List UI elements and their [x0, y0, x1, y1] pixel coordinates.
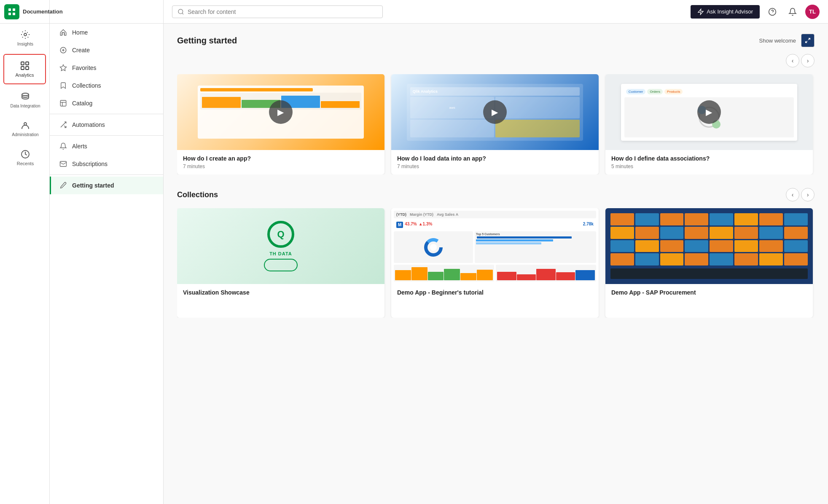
analytics-label: Analytics: [15, 72, 34, 78]
nav-item-collections[interactable]: Collections: [50, 77, 163, 94]
ask-insight-button[interactable]: Ask Insight Advisor: [691, 5, 760, 19]
nav-item-automations[interactable]: Automations: [50, 116, 163, 134]
nav-sidebar-header: [50, 0, 163, 24]
qlik-text: TH DATA: [269, 251, 292, 256]
collapse-icon: [805, 38, 811, 43]
nav-subscriptions-label: Subscriptions: [72, 161, 108, 167]
insights-icon: [20, 29, 30, 40]
app-card-body-2: Demo App - SAP Procurement: [605, 284, 813, 303]
nav-catalog-label: Catalog: [72, 100, 92, 107]
app-title-2: Demo App - SAP Procurement: [611, 289, 807, 296]
video-thumb-0: ▶: [177, 74, 384, 150]
icon-sidebar: Documentation Insights Analytics Data In…: [0, 0, 50, 504]
sidebar-item-insights[interactable]: Insights: [0, 24, 49, 52]
notifications-button[interactable]: [785, 4, 800, 19]
svg-rect-0: [8, 8, 11, 11]
collections-nav: Collections ‹ ›: [177, 188, 815, 201]
app-card-body-1: Demo App - Beginner's tutorial: [391, 284, 599, 303]
show-welcome-button[interactable]: Show welcome: [759, 38, 796, 44]
app-title-0: Visualization Showcase: [183, 289, 379, 296]
video-title-1: How do I load data into an app?: [397, 155, 593, 162]
app-card-2[interactable]: Demo App - SAP Procurement: [605, 208, 813, 318]
sidebar-item-administration[interactable]: Administration: [0, 115, 49, 143]
create-icon: [59, 46, 67, 54]
video-thumb-1: Qlik Analytics aws: [391, 74, 599, 150]
card-body-2: How do I define data associations? 5 min…: [605, 150, 813, 174]
card-body-0: How do I create an app? 7 minutes: [177, 150, 384, 174]
star-icon: [59, 64, 67, 72]
sidebar-item-analytics[interactable]: Analytics: [3, 54, 46, 84]
user-avatar[interactable]: TL: [805, 5, 820, 19]
app-card-1[interactable]: (YTD) Margin (YTD) Avg Sales A M 43.7% ▲…: [391, 208, 599, 318]
administration-icon: [20, 121, 30, 131]
nav-item-favorites[interactable]: Favorites: [50, 59, 163, 77]
qlik-logo: Q TH DATA: [264, 208, 298, 284]
sidebar-header: Documentation: [0, 0, 49, 24]
collections-prev-btn[interactable]: ‹: [786, 188, 799, 201]
svg-marker-24: [698, 9, 703, 14]
getting-started-header: Getting started Show welcome: [177, 34, 815, 47]
app-grid-icon[interactable]: [4, 4, 19, 19]
video-card-2[interactable]: Customer Orders Products: [605, 74, 813, 174]
nav-item-getting-started[interactable]: Getting started: [50, 177, 163, 194]
how-to-nav: ‹ ›: [177, 54, 815, 67]
nav-divider-2: [50, 135, 163, 136]
nav-item-subscriptions[interactable]: Subscriptions: [50, 155, 163, 173]
collections-arrows: ‹ ›: [786, 188, 815, 201]
svg-rect-1: [13, 8, 15, 11]
administration-label: Administration: [12, 132, 38, 137]
video-cards-row: ▶ How do I create an app? 7 minutes: [177, 74, 815, 174]
app-card-0[interactable]: Q TH DATA Visualization Showcase: [177, 208, 384, 318]
how-to-prev-btn[interactable]: ‹: [786, 54, 799, 67]
svg-rect-6: [26, 62, 29, 65]
home-icon: [59, 29, 67, 36]
sidebar-item-recents[interactable]: Recents: [0, 143, 49, 172]
collections-title: Collections: [177, 190, 218, 199]
svg-point-9: [22, 93, 29, 96]
how-to-next-btn[interactable]: ›: [801, 54, 815, 67]
video-card-1[interactable]: Qlik Analytics aws: [391, 74, 599, 174]
nav-item-create[interactable]: Create: [50, 41, 163, 59]
catalog-icon: [59, 99, 67, 107]
getting-started-title: Getting started: [177, 36, 237, 46]
video-title-0: How do I create an app?: [183, 155, 379, 162]
recents-icon: [20, 149, 30, 159]
nav-item-alerts[interactable]: Alerts: [50, 137, 163, 155]
sidebar-item-data-integration[interactable]: Data Integration: [0, 86, 49, 115]
nav-create-label: Create: [72, 47, 90, 54]
rocket-icon: [59, 182, 67, 189]
ask-insight-label: Ask Insight Advisor: [707, 8, 753, 15]
help-icon: [768, 8, 777, 16]
automations-icon: [59, 121, 67, 129]
video-duration-1: 7 minutes: [397, 164, 593, 169]
search-container[interactable]: [172, 5, 383, 18]
collapse-button[interactable]: [801, 34, 815, 47]
svg-rect-2: [8, 13, 11, 15]
nav-item-home[interactable]: Home: [50, 24, 163, 41]
help-button[interactable]: [765, 4, 780, 19]
insights-label: Insights: [17, 41, 33, 46]
play-icon-1: ▶: [483, 100, 507, 124]
play-icon-0: ▶: [269, 100, 293, 124]
collections-next-btn[interactable]: ›: [801, 188, 815, 201]
nav-item-catalog[interactable]: Catalog: [50, 94, 163, 112]
topbar-actions: Ask Insight Advisor TL: [691, 4, 820, 19]
qlik-q: Q: [267, 221, 294, 248]
svg-line-23: [182, 13, 183, 14]
svg-rect-8: [26, 67, 29, 70]
search-input[interactable]: [188, 8, 377, 15]
app-cards-row: Q TH DATA Visualization Showcase: [177, 208, 815, 318]
how-to-arrows: ‹ ›: [786, 54, 815, 67]
nav-divider-3: [50, 174, 163, 175]
app-title: Documentation: [23, 8, 63, 15]
svg-rect-3: [13, 13, 15, 15]
nav-home-label: Home: [72, 29, 88, 36]
main-content: Ask Insight Advisor TL Getting start: [164, 0, 828, 504]
content-area: Getting started Show welcome ‹: [164, 24, 828, 504]
svg-rect-7: [21, 67, 24, 70]
video-card-0[interactable]: ▶ How do I create an app? 7 minutes: [177, 74, 384, 174]
nav-sidebar: Home Create Favorites Collections Catalo…: [50, 0, 164, 504]
subscriptions-icon: [59, 160, 67, 168]
topbar: Ask Insight Advisor TL: [164, 0, 828, 24]
collections-section: Collections ‹ › Q TH DATA: [177, 188, 815, 318]
